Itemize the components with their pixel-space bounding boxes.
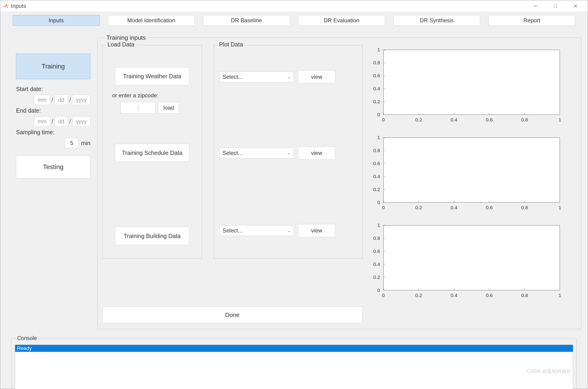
plot-view-building-button[interactable]: view	[298, 224, 335, 237]
end-date-label: End date:	[16, 107, 93, 114]
console-wrap: Console Ready	[3, 335, 585, 389]
start-date-row: mm / dd / yyyy	[16, 95, 90, 105]
training-inputs-legend: Training inputs	[104, 34, 148, 41]
load-data-legend: Load Data	[106, 41, 136, 48]
plot-axes-2[interactable]: 00.20.40.60.8100.20.40.60.81	[367, 135, 562, 212]
end-date-row: mm / dd / yyyy	[16, 116, 90, 127]
plot-select-weather[interactable]: Select... ⌄	[220, 71, 294, 82]
training-schedule-data-button[interactable]: Training Schedule Data	[115, 144, 189, 162]
plot-data-legend: Plot Data	[217, 41, 245, 48]
tab-report[interactable]: Report	[489, 15, 575, 26]
tab-dr-synthesis[interactable]: DR Synthesis	[393, 15, 480, 26]
training-inputs-fieldset: Training inputs Load Data Training Weath…	[97, 34, 581, 329]
content-area: Training inputs Load Data Training Weath…	[97, 34, 581, 329]
window-title: Inputs	[11, 3, 26, 9]
start-date-month-input[interactable]: mm	[34, 95, 50, 105]
close-button[interactable]	[565, 0, 586, 12]
sampling-time-input[interactable]: 5	[65, 138, 79, 148]
maximize-button[interactable]	[546, 0, 565, 12]
done-button[interactable]: Done	[102, 307, 362, 323]
chevron-down-icon: ⌄	[287, 228, 291, 233]
training-building-data-button[interactable]: Training Building Data	[115, 227, 189, 245]
plot-select-building-value: Select...	[223, 227, 243, 234]
chevron-down-icon: ⌄	[287, 151, 291, 156]
tab-dr-baseline[interactable]: DR Baseline	[203, 15, 290, 26]
console-output[interactable]: Ready	[15, 345, 573, 389]
client-area: Inputs Model Identification DR Baseline …	[0, 12, 588, 389]
minimize-button[interactable]	[525, 0, 546, 12]
end-date-month-input[interactable]: mm	[34, 116, 50, 127]
plot-axes-1[interactable]: 00.20.40.60.8100.20.40.60.81	[367, 47, 562, 124]
training-weather-data-button[interactable]: Training Weather Data	[115, 67, 189, 85]
date-separator: /	[52, 97, 53, 103]
console-line: Ready	[15, 345, 573, 352]
sampling-time-row: 5 min	[16, 138, 90, 148]
end-date-day-input[interactable]: dd	[55, 116, 68, 127]
matlab-icon	[2, 3, 9, 9]
plot-select-schedule[interactable]: Select... ⌄	[220, 148, 294, 158]
app-window: Inputs Inputs Model Identification DR Ba…	[0, 0, 588, 389]
title-bar: Inputs	[0, 0, 588, 12]
top-nav: Inputs Model Identification DR Baseline …	[3, 15, 585, 28]
training-button[interactable]: Training	[16, 54, 90, 79]
plot-axes-3[interactable]: 00.20.40.60.8100.20.40.60.81	[367, 223, 562, 300]
tab-inputs[interactable]: Inputs	[13, 15, 100, 26]
start-date-year-input[interactable]: yyyy	[72, 95, 90, 105]
tab-dr-evaluation[interactable]: DR Evaluation	[298, 15, 385, 26]
svg-rect-1	[554, 5, 557, 7]
end-date-year-input[interactable]: yyyy	[72, 116, 90, 127]
console-legend: Console	[16, 335, 38, 341]
plot-select-schedule-value: Select...	[223, 150, 243, 156]
tab-model-identification[interactable]: Model Identification	[108, 15, 195, 26]
load-data-group: Load Data Training Weather Data or enter…	[102, 45, 202, 259]
plot-view-schedule-button[interactable]: view	[298, 147, 335, 160]
plot-view-weather-button[interactable]: view	[298, 70, 335, 83]
date-separator: /	[69, 118, 71, 125]
date-separator: /	[52, 118, 53, 125]
sampling-time-label: Sampling time:	[16, 129, 93, 136]
plot-select-weather-value: Select...	[223, 74, 243, 80]
left-column: Training Start date: mm / dd / yyyy End …	[7, 34, 97, 329]
start-date-label: Start date:	[16, 86, 93, 93]
sampling-time-unit: min	[81, 140, 90, 147]
zipcode-input[interactable]	[121, 102, 155, 114]
console-fieldset: Console Ready	[11, 335, 577, 389]
testing-button[interactable]: Testing	[16, 156, 90, 178]
zipcode-hint: or enter a zipcode:	[112, 92, 196, 99]
date-separator: /	[69, 97, 71, 103]
start-date-day-input[interactable]: dd	[55, 95, 68, 105]
plot-select-building[interactable]: Select... ⌄	[220, 225, 294, 236]
plots-column: 00.20.40.60.8100.20.40.60.81 00.20.40.60…	[367, 45, 562, 300]
zipcode-load-button[interactable]: load	[158, 102, 179, 114]
plot-data-group: Plot Data Select... ⌄ view	[214, 45, 362, 259]
chevron-down-icon: ⌄	[287, 74, 291, 79]
